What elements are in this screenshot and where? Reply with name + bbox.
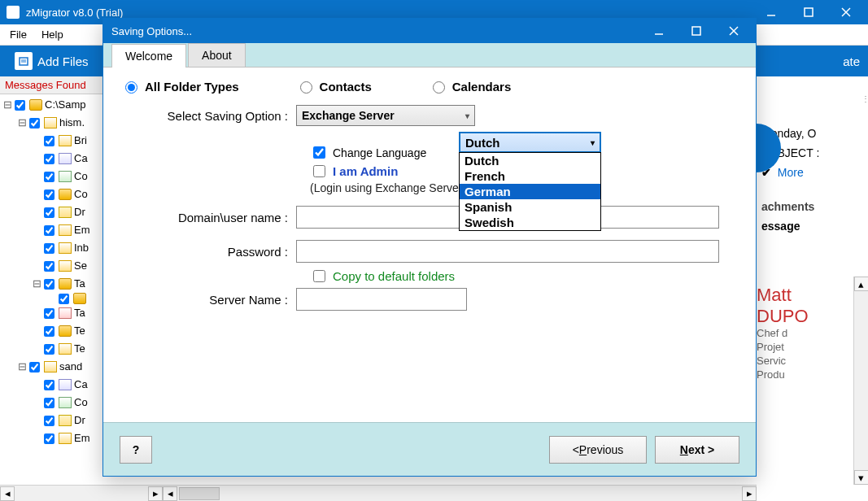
- language-option[interactable]: German: [460, 184, 600, 199]
- tree-checkbox[interactable]: [44, 416, 55, 426]
- dialog-close-button[interactable]: [715, 19, 752, 43]
- scroll-right-icon[interactable]: ▸: [742, 486, 757, 501]
- server-name-input[interactable]: [296, 288, 467, 311]
- tree-checkbox[interactable]: [29, 118, 40, 129]
- tree-twist-icon[interactable]: ⊟: [18, 358, 27, 376]
- next-button[interactable]: Next >: [655, 436, 739, 464]
- language-option[interactable]: Swedish: [460, 215, 600, 230]
- tab-about[interactable]: About: [188, 43, 246, 67]
- preview-pane: Monday, O SUBJECT : ✔ More achments essa…: [757, 76, 868, 485]
- dialog-minimize-button[interactable]: [640, 19, 678, 43]
- copy-default-label: Copy to default folders: [333, 269, 455, 283]
- tree-label: Inb: [74, 239, 89, 257]
- change-language-checkbox[interactable]: [313, 146, 325, 159]
- radio-contacts-label: Contacts: [320, 80, 372, 94]
- svg-rect-8: [692, 27, 700, 35]
- close-button[interactable]: [827, 0, 865, 24]
- scroll-left-icon[interactable]: ◂: [0, 486, 15, 501]
- tree-label: Dr: [74, 203, 85, 221]
- language-option[interactable]: French: [460, 168, 600, 184]
- radio-all-input[interactable]: [125, 81, 137, 94]
- tree-checkbox[interactable]: [44, 243, 55, 254]
- folder-icon: [59, 278, 72, 290]
- scroll-down-icon[interactable]: ▾: [854, 470, 869, 485]
- tree-label: Ca: [74, 376, 88, 394]
- cal-icon: [59, 379, 72, 390]
- dialog-titlebar: Saving Options...: [103, 19, 756, 43]
- maximize-button[interactable]: [790, 0, 827, 24]
- language-option[interactable]: Spanish: [460, 199, 600, 215]
- chevron-down-icon: ▾: [465, 111, 469, 120]
- tree-label: Te: [74, 322, 85, 340]
- tree-checkbox[interactable]: [44, 380, 55, 390]
- tree-twist-icon[interactable]: ⊟: [3, 96, 12, 114]
- tree-checkbox[interactable]: [44, 398, 55, 408]
- radio-all-folder-types[interactable]: All Folder Types: [121, 79, 239, 94]
- preview-vscrollbar[interactable]: ▴ ▾: [853, 277, 868, 485]
- add-files-button[interactable]: Add Files: [7, 50, 97, 72]
- help-button[interactable]: ?: [120, 436, 152, 464]
- language-combo[interactable]: Dutch ▾: [459, 132, 601, 153]
- tree-checkbox[interactable]: [44, 136, 55, 146]
- minimize-button[interactable]: [752, 0, 790, 24]
- tree-checkbox[interactable]: [29, 362, 40, 372]
- mail-icon: [44, 117, 57, 129]
- dialog-footer: ? < Previous Next >: [103, 422, 756, 476]
- previous-button[interactable]: < Previous: [549, 436, 647, 464]
- radio-all-label: All Folder Types: [145, 80, 239, 94]
- tree-hscrollbar[interactable]: ◂ ▸: [0, 485, 163, 501]
- tree-checkbox[interactable]: [44, 225, 55, 236]
- previous-underline: P: [579, 443, 587, 456]
- folder-icon: [73, 293, 86, 304]
- app-title: zMigrator v8.0 (Trial): [26, 7, 752, 19]
- tree-checkbox[interactable]: [44, 172, 55, 182]
- main-hscrollbar[interactable]: ◂ ▸: [163, 485, 757, 501]
- menu-file[interactable]: File: [10, 28, 27, 41]
- preview-attachments: achments: [757, 197, 868, 216]
- radio-contacts[interactable]: Contacts: [296, 79, 372, 94]
- scroll-left-icon[interactable]: ◂: [163, 486, 177, 501]
- tree-checkbox[interactable]: [44, 344, 55, 355]
- tree-checkbox[interactable]: [44, 326, 55, 337]
- tree-checkbox[interactable]: [15, 100, 25, 111]
- scroll-thumb[interactable]: [179, 487, 220, 500]
- tree-checkbox[interactable]: [44, 261, 55, 272]
- tree-twist-icon[interactable]: ⊟: [18, 114, 27, 132]
- tree-label: Ta: [74, 275, 85, 293]
- preview-message: essage: [757, 216, 868, 236]
- previous-lt: <: [573, 443, 579, 456]
- copy-default-checkbox[interactable]: [313, 270, 325, 282]
- dialog-maximize-button[interactable]: [678, 19, 715, 43]
- toolbar-right-button[interactable]: ate: [835, 50, 868, 72]
- tree-label: Co: [74, 185, 88, 203]
- tree-checkbox[interactable]: [44, 190, 55, 200]
- tree-checkbox[interactable]: [44, 433, 55, 444]
- saving-option-combo[interactable]: Exchange Server ▾: [296, 105, 475, 126]
- tree-twist-icon[interactable]: ⊟: [33, 275, 41, 293]
- radio-contacts-input[interactable]: [300, 81, 312, 94]
- next-underline: N: [680, 443, 688, 456]
- radio-calendars-input[interactable]: [433, 81, 445, 94]
- language-option[interactable]: Dutch: [460, 153, 600, 168]
- scroll-right-icon[interactable]: ▸: [148, 486, 163, 501]
- add-files-label: Add Files: [37, 54, 89, 68]
- tree-checkbox[interactable]: [44, 207, 55, 218]
- folder-icon: [29, 99, 42, 111]
- tree-checkbox[interactable]: [44, 154, 55, 164]
- scroll-up-icon[interactable]: ▴: [854, 277, 869, 291]
- language-dropdown-list[interactable]: DutchFrenchGermanSpanishSwedish: [459, 152, 601, 231]
- messages-found-label: Messages Found: [5, 79, 86, 91]
- password-input[interactable]: [296, 240, 719, 263]
- tab-welcome[interactable]: Welcome: [111, 44, 186, 68]
- contact-icon: [59, 171, 72, 182]
- radio-calendars[interactable]: Calendars: [429, 79, 512, 94]
- i-am-admin-checkbox[interactable]: [313, 165, 325, 177]
- chevron-down-icon: ▾: [591, 138, 595, 147]
- menu-help[interactable]: Help: [41, 28, 63, 41]
- tree-checkbox[interactable]: [44, 279, 55, 290]
- tree-checkbox[interactable]: [59, 294, 69, 304]
- mail-icon: [59, 343, 72, 355]
- tree-checkbox[interactable]: [44, 308, 55, 319]
- toolbar-right-label: ate: [843, 54, 860, 68]
- preview-sub1: Chef d: [757, 327, 868, 341]
